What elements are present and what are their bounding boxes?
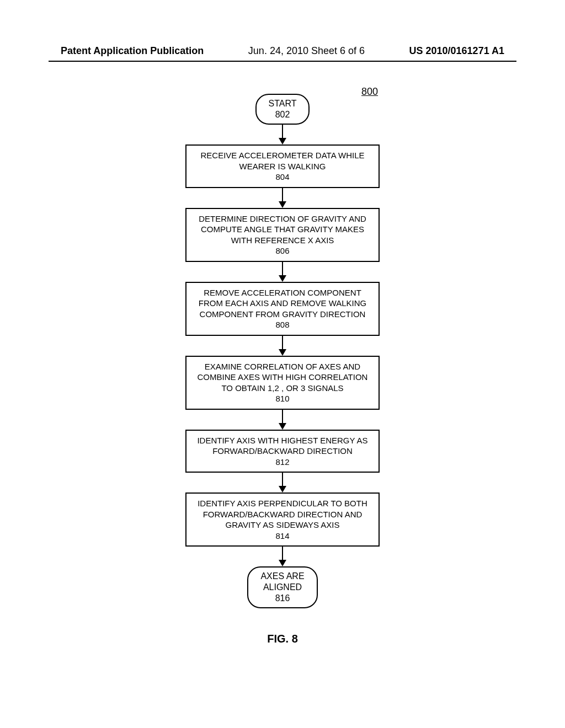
process-step-810: EXAMINE CORRELATION OF AXES AND COMBINE … [185,356,380,410]
process-step-814: IDENTIFY AXIS PERPENDICULAR TO BOTH FORW… [185,493,380,547]
step-text: EXAMINE CORRELATION OF AXES AND COMBINE … [192,361,373,394]
step-text: IDENTIFY AXIS WITH HIGHEST ENERGY AS FOR… [192,435,373,457]
arrow-icon [279,547,286,566]
step-num: 806 [192,245,373,256]
process-step-806: DETERMINE DIRECTION OF GRAVITY AND COMPU… [185,208,380,262]
step-num: 808 [192,319,373,330]
header-right: US 2010/0161271 A1 [409,45,504,57]
process-step-812: IDENTIFY AXIS WITH HIGHEST ENERGY AS FOR… [185,430,380,473]
process-step-808: REMOVE ACCELERATION COMPONENT FROM EACH … [185,282,380,336]
end-num: 816 [260,593,304,604]
arrow-icon [279,188,286,208]
start-terminator: START 802 [255,94,310,125]
arrow-icon [279,473,286,493]
start-num: 802 [269,109,297,120]
end-terminator: AXES ARE ALIGNED 816 [247,566,317,608]
header-rule [49,61,516,62]
step-num: 810 [192,393,373,404]
header-mid: Jun. 24, 2010 Sheet 6 of 6 [248,45,365,57]
end-label: AXES ARE ALIGNED [260,571,304,593]
step-num: 812 [192,457,373,468]
figure-label: FIG. 8 [0,633,565,645]
step-text: IDENTIFY AXIS PERPENDICULAR TO BOTH FORW… [192,498,373,531]
arrow-icon [279,410,286,430]
step-num: 804 [192,172,373,183]
step-text: REMOVE ACCELERATION COMPONENT FROM EACH … [192,287,373,320]
arrow-icon [279,262,286,282]
flowchart: START 802 RECEIVE ACCELEROMETER DATA WHI… [0,94,565,608]
process-step-804: RECEIVE ACCELEROMETER DATA WHILE WEARER … [185,144,380,188]
header-left: Patent Application Publication [61,45,204,57]
step-text: RECEIVE ACCELEROMETER DATA WHILE WEARER … [192,150,373,172]
arrow-icon [279,125,286,144]
step-num: 814 [192,531,373,542]
page-header: Patent Application Publication Jun. 24, … [0,45,565,57]
step-text: DETERMINE DIRECTION OF GRAVITY AND COMPU… [192,213,373,246]
arrow-icon [279,336,286,356]
start-label: START [269,98,297,109]
